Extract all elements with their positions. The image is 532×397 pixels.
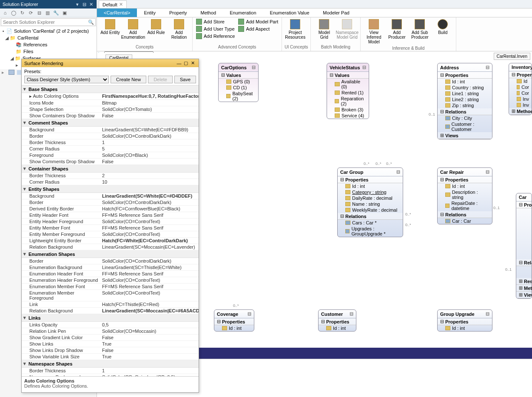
collapse-icon[interactable]: ⊟ — [362, 65, 366, 70]
ns-model-grid-button[interactable]: Namespace Model Grid — [336, 18, 358, 40]
relation-row[interactable]: Upgrades : GroupUpgrade * — [338, 226, 403, 237]
close-tab-icon[interactable]: ✕ — [119, 2, 123, 7]
prop-row[interactable]: Icons ModeBitmap — [22, 100, 199, 106]
entity-groupupgrade[interactable]: Group Upgrade⊟ ⊟Properties Id : int — [437, 309, 492, 332]
maximize-icon[interactable]: ▢ — [182, 60, 189, 66]
refresh-icon[interactable]: ⟳ — [27, 9, 34, 16]
property-row[interactable]: Category : string — [338, 189, 403, 195]
back-icon[interactable]: ◯ — [10, 9, 17, 16]
add-reference-button[interactable]: Add Reference — [195, 33, 236, 40]
prop-row[interactable]: Entity Header ForegroundSolidColor(CO=Co… — [22, 218, 199, 225]
prop-row[interactable]: Enumeration Header ForegroundSolidColor(… — [22, 277, 199, 284]
relation-row[interactable]: Cars : Car * — [338, 220, 403, 226]
tree-solution-root[interactable]: ▪ 📄 Solution 'CarRental' (2 of 2 project… — [0, 28, 97, 34]
collapse-icon[interactable]: ⊟ — [252, 65, 256, 70]
prop-row[interactable]: BorderSolidColor(CO=ControlDarkDark) — [22, 133, 199, 139]
prop-row[interactable]: Border Thickness1 — [22, 368, 199, 374]
enum-value[interactable]: CD (1) — [219, 85, 258, 91]
enum-value[interactable]: Broken (3) — [327, 107, 369, 113]
property-row[interactable]: Line2 : string — [438, 96, 492, 102]
entity-address[interactable]: Address⊟ ⊟Properties Id : int Country : … — [437, 63, 492, 139]
property-row[interactable]: Inv — [509, 96, 532, 102]
prop-row[interactable]: Shape SelectionSolidColor(CO=Tomato) — [22, 106, 199, 113]
home-icon[interactable]: ⌂ — [2, 9, 9, 16]
add-producer-button[interactable]: Add Producer — [386, 18, 407, 40]
prop-row[interactable]: Corner Radius5 — [22, 146, 199, 152]
minimize-icon[interactable]: ― — [176, 61, 182, 66]
prop-row[interactable]: Entity Member ForegroundSolidColor(CO=Co… — [22, 231, 199, 238]
prop-row[interactable]: Entity Member FontFF=MS Reference Sans S… — [22, 225, 199, 231]
model-grid-button[interactable]: Model Grid — [313, 18, 335, 40]
property-row[interactable]: Id : int — [438, 79, 492, 85]
enum-value[interactable]: Available (0) — [327, 79, 369, 90]
close-icon[interactable]: ✕ — [88, 1, 94, 7]
property-row[interactable]: Id — [509, 78, 532, 84]
ribbon-tab-property[interactable]: Property — [162, 9, 194, 17]
entity-caroptions[interactable]: CarOptions⊟ ⊟Values GPS (0) CD (1) BabyS… — [218, 63, 259, 102]
entity-customer[interactable]: Customer⊟ ⊟Properties Id : int — [318, 309, 356, 332]
property-row[interactable]: Id : int — [438, 183, 492, 189]
ribbon-tab-method[interactable]: Method — [193, 9, 223, 17]
ribbon-tab-enumvalue[interactable]: Enumeration Value — [263, 9, 316, 17]
popup-titlebar[interactable]: Surface Rendering ― ▢ ✕ — [22, 59, 199, 67]
prop-category[interactable]: ▾Namespace Shapes — [22, 360, 199, 368]
prop-category[interactable]: ▾Enumeration Shapes — [22, 250, 199, 258]
ribbon-tab-enumeration[interactable]: Enumeration — [223, 9, 263, 17]
prop-row[interactable]: Lightweight Entity BorderHatch(FC=White|… — [22, 238, 199, 244]
add-subproducer-button[interactable]: Add Sub Producer — [409, 18, 430, 40]
prop-row[interactable]: Enumeration BackgroundLinearGradient(SC=… — [22, 264, 199, 271]
collapse-icon[interactable]: ⊟ — [486, 311, 489, 317]
property-row[interactable]: Name : string — [338, 201, 403, 207]
collapse-icon[interactable]: ⊟ — [396, 169, 400, 175]
dropdown-icon[interactable]: ▾ — [74, 1, 80, 7]
entity-inventory[interactable]: Inventory ⊟Properties Id Cor Cor Inv Inv… — [509, 63, 532, 115]
collapse-icon[interactable]: ⊟ — [486, 169, 489, 175]
prop-row[interactable]: BackgroundLinearGradient(SC=White|EC=#FD… — [22, 127, 199, 133]
ribbon-tab-modelerpad[interactable]: Modeler Pad — [316, 9, 356, 17]
enum-value[interactable]: BabySeat (2) — [219, 91, 258, 102]
collapse-icon[interactable]: ⊟ — [248, 311, 251, 317]
search-icon[interactable]: 🔍 — [87, 19, 95, 26]
entity-vehiclestatus[interactable]: VehicleStatus⊟ ⊟Values Available (0) Ren… — [327, 63, 369, 119]
property-row[interactable]: RepairDate : datetime — [438, 200, 492, 211]
prop-row[interactable]: Links Opacity0,5 — [22, 322, 199, 328]
prop-row[interactable]: Show Variable Link SizeTrue — [22, 354, 199, 360]
prop-row[interactable]: BorderSolidColor(CO=ControlDarkDark) — [22, 199, 199, 206]
solution-search-input[interactable] — [1, 19, 87, 26]
properties-icon[interactable]: 🔧 — [53, 9, 60, 16]
enum-value[interactable]: GPS (0) — [219, 79, 258, 85]
prop-row[interactable]: BorderSolidColor(CO=ControlDarkDark) — [22, 258, 199, 264]
prop-row[interactable]: Enumeration Header FontFF=MS Reference S… — [22, 271, 199, 277]
delete-button[interactable]: Delete — [148, 76, 173, 83]
prop-row[interactable]: Border Thickness2 — [22, 173, 199, 179]
enum-value[interactable]: Rented (1) — [327, 90, 369, 96]
prop-row[interactable]: Show Containers Drop ShadowFalse — [22, 113, 199, 119]
collapse-icon[interactable]: ⊟ — [36, 9, 43, 16]
add-enumeration-button[interactable]: Add Enumeration — [122, 18, 144, 40]
prop-row[interactable]: Relation BackgroundLinearGradient(SC=Moc… — [22, 308, 199, 314]
prop-row[interactable]: Show LinksTrue — [22, 341, 199, 347]
prop-row[interactable]: Enumeration Member FontFF=MS Reference S… — [22, 284, 199, 290]
relation-row[interactable]: Customer : Customer — [438, 121, 492, 132]
prop-row[interactable]: Relation Link PenSolidColor(CO=Moccasin) — [22, 328, 199, 335]
property-row[interactable]: DailyRate : decimal — [338, 195, 403, 201]
entity-carrepair[interactable]: Car Repair⊟ ⊟Properties Id : int Descrip… — [437, 167, 492, 224]
property-row[interactable]: Id : int — [338, 183, 403, 189]
entity-cargroup[interactable]: Car Group⊟ ⊟Properties Id : int Category… — [337, 167, 403, 237]
prop-row[interactable]: Show Comments Drop ShadowFalse — [22, 159, 199, 165]
showall-icon[interactable]: ▥ — [44, 9, 51, 16]
enum-value[interactable]: Service (4) — [327, 113, 369, 119]
view-inferred-button[interactable]: View Inferred Model — [363, 18, 384, 45]
add-usertype-button[interactable]: Add User Type — [195, 26, 236, 32]
close-icon[interactable]: ✕ — [189, 60, 196, 66]
prop-category[interactable]: ▾Comment Shapes — [22, 119, 199, 127]
enum-value[interactable]: Reparation (2) — [327, 96, 369, 107]
property-row[interactable]: Id : int — [438, 325, 492, 331]
prop-row[interactable]: LinkHatch(FC=Thistle|EC=Red) — [22, 301, 199, 308]
relation-row[interactable]: Car : Car — [438, 218, 492, 224]
build-button[interactable]: Build — [432, 18, 453, 36]
preset-select[interactable]: Class Designer Style (System) — [24, 76, 109, 83]
project-resources-button[interactable]: Project Resources — [284, 18, 306, 40]
property-row[interactable]: Id : int — [319, 325, 356, 331]
add-aspect-button[interactable]: Add Aspect — [237, 26, 279, 32]
